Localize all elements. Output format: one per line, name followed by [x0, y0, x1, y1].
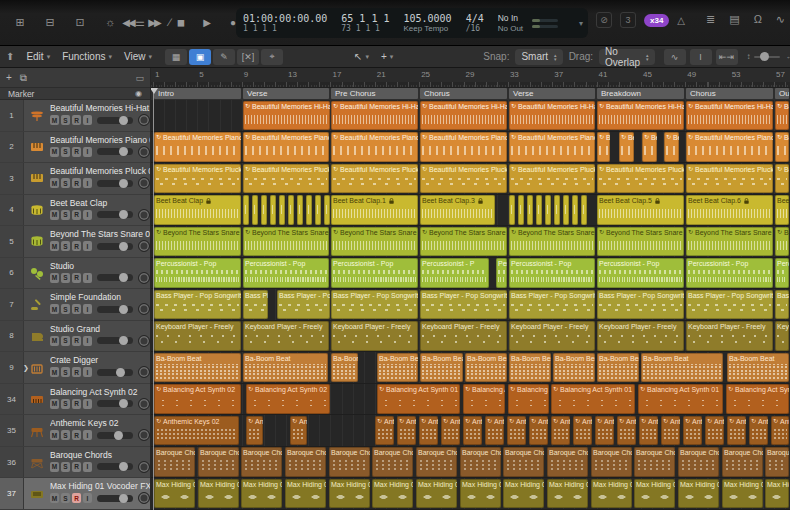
region[interactable]: Keyboard Player - Freely [243, 321, 329, 351]
region[interactable]: ↻Beautiful Memories Hi-Hat 03.2 [686, 101, 773, 131]
region[interactable] [527, 195, 533, 225]
region[interactable]: Keyboard Player - Freely [420, 321, 507, 351]
mute-button[interactable]: M [50, 304, 59, 314]
track-lane-37[interactable]: Max Hiding 01 VMax Hiding 01 VMax Hiding… [151, 478, 790, 510]
marker-lane-header[interactable]: Marker ◉ [0, 88, 150, 100]
region[interactable]: ↻Anthemic Keys [551, 416, 570, 446]
region[interactable]: ↻Beautiful Memories Piano 02.1 [420, 132, 507, 162]
pan-knob[interactable] [138, 240, 150, 252]
region[interactable]: Max Hiding 01 V [547, 479, 588, 509]
mute-button[interactable]: M [50, 336, 59, 346]
volume-slider[interactable] [97, 243, 133, 250]
region[interactable]: Beet Beat Clap.7 [775, 195, 789, 225]
region[interactable]: Percussionist - Pop [331, 258, 418, 288]
volume-slider[interactable] [97, 337, 133, 344]
region[interactable] [279, 195, 285, 225]
region[interactable]: Ba-Boom Beat [243, 353, 328, 383]
metronome-icon[interactable]: △ [677, 15, 685, 26]
region[interactable]: Ba-Boom Beat [465, 353, 507, 383]
region[interactable]: ↻Anthemic Keys [595, 416, 614, 446]
input-monitor-button[interactable]: I [83, 367, 92, 377]
region[interactable]: Ba-Boom Beat [509, 353, 551, 383]
drag-select[interactable]: No Overlap▴▾ [599, 49, 655, 65]
region[interactable]: ↻Be [597, 132, 610, 162]
waveform-zoom-icon[interactable]: ∿ [664, 49, 686, 65]
region[interactable]: Max Hiding 01 V [678, 479, 719, 509]
regions-view-button[interactable]: ▣ [189, 49, 211, 65]
input-monitor-button[interactable]: I [83, 493, 92, 503]
region[interactable]: Bass Player - Pop Songwriter [775, 290, 789, 320]
region[interactable]: ↻Anthemic Keys [705, 416, 724, 446]
solo-button[interactable]: S [61, 367, 70, 377]
volume-slider[interactable] [97, 400, 133, 407]
region[interactable]: ↻Anthemic Keys [661, 416, 680, 446]
track-header-9[interactable]: 9❯Crate DiggerMSRI [0, 352, 150, 384]
horizontal-auto-zoom-icon[interactable]: ⇤⇥ [716, 49, 738, 65]
pan-knob[interactable] [138, 429, 150, 441]
region[interactable]: ↻Be [664, 132, 679, 162]
track-header-4[interactable]: 4Beet Beat ClapMSRI [0, 195, 150, 227]
region[interactable]: Max Hiding 01 V [241, 479, 282, 509]
duplicate-track-button[interactable]: ⧉ [20, 72, 27, 84]
count-in-button[interactable]: 3 [620, 12, 636, 28]
region[interactable]: Percussionist - Pop [686, 258, 773, 288]
region[interactable]: ↻Beautiful Memories Pluck 01 [154, 164, 241, 194]
region[interactable]: Baroque Chords [634, 447, 675, 477]
region[interactable]: Ba-Boom Beat [420, 353, 463, 383]
region[interactable]: Max Hiding 01 V [285, 479, 326, 509]
region[interactable]: ↻Anthemic Keys [441, 416, 460, 446]
volume-slider[interactable] [97, 495, 133, 502]
record-enable-button[interactable]: R [72, 273, 81, 283]
region[interactable]: Beet Beat Clap.6 [686, 195, 773, 225]
volume-slider[interactable] [97, 148, 133, 155]
toggle-library-icon[interactable]: ⊞ [10, 12, 30, 32]
region[interactable]: Percussionist - Pop [154, 258, 241, 288]
edit-menu[interactable]: Edit▾ [20, 49, 56, 65]
pan-knob[interactable] [138, 209, 150, 221]
track-header-3[interactable]: 3Beautiful Memories Pluck 01MSRI [0, 163, 150, 195]
input-monitor-button[interactable]: I [83, 115, 92, 125]
region[interactable]: ↻Anthemic Keys [419, 416, 438, 446]
solo-button[interactable]: S [61, 178, 70, 188]
rewind-button[interactable]: ◀◀ [118, 12, 138, 32]
secondary-tool-select[interactable]: +▾ [375, 49, 399, 65]
region[interactable]: ↻Beautiful Memories Pluck 02 [331, 164, 418, 194]
region[interactable]: ↻Beautiful Memories Hi-Hat 03.1 [331, 101, 418, 131]
mute-button[interactable]: M [50, 241, 59, 251]
record-enable-button[interactable]: R [72, 336, 81, 346]
volume-slider[interactable] [97, 211, 133, 218]
track-header-5[interactable]: 5Beyond The Stars Snare 01MSRI [0, 226, 150, 258]
tuner-button[interactable]: ⊘ [596, 12, 612, 28]
region[interactable]: Bass Player - Pop Songwriter [509, 290, 595, 320]
region[interactable]: Max Hiding 01 V [591, 479, 632, 509]
view-menu[interactable]: View▾ [118, 49, 158, 65]
bar-ruler[interactable]: 159131721252933374145495357 [151, 68, 790, 82]
region[interactable]: ↻Beyond The Stars Snare 01∞ [154, 227, 241, 257]
track-lane-36[interactable]: Baroque ChordsBaroque ChordsBaroque Chor… [151, 447, 790, 479]
mute-button[interactable]: M [50, 367, 59, 377]
region[interactable]: ↻Anthemic Keys [573, 416, 592, 446]
marker-intro[interactable]: Intro [154, 88, 241, 99]
input-monitor-button[interactable]: I [83, 273, 92, 283]
region[interactable]: ↻Anthemic Keys [617, 416, 636, 446]
region[interactable]: ↻Anthemic Keys [727, 416, 746, 446]
mute-button[interactable]: M [50, 399, 59, 409]
input-monitor-button[interactable]: I [83, 462, 92, 472]
region[interactable]: Ba-Boom Beat [331, 353, 358, 383]
region[interactable]: Ba-Boom Beat [597, 353, 639, 383]
track-header-7[interactable]: 7Simple FoundationMSRI [0, 289, 150, 321]
lcd-options-chevron-icon[interactable]: ▾ [574, 19, 588, 28]
region[interactable]: ↻Balancing Act Synth 01 [508, 384, 549, 414]
region[interactable]: Bass Player - Pop Songwriter [331, 290, 418, 320]
input-monitor-button[interactable]: I [83, 178, 92, 188]
region[interactable]: Baroque Chords [198, 447, 239, 477]
mute-button[interactable]: M [50, 210, 59, 220]
region[interactable] [581, 195, 587, 225]
region[interactable]: Ba-Boom Beat [553, 353, 595, 383]
solo-button[interactable]: S [61, 493, 70, 503]
pointer-tool-select[interactable]: ↖▾ [348, 49, 375, 65]
region[interactable]: ↻Balancing Act Synth 02 [154, 384, 241, 414]
region[interactable]: ↻Beautiful Memories Pluck 02.2 [509, 164, 595, 194]
updates-badge[interactable]: x34 [644, 14, 669, 27]
region[interactable]: ↻Anthemic Keys [485, 416, 504, 446]
